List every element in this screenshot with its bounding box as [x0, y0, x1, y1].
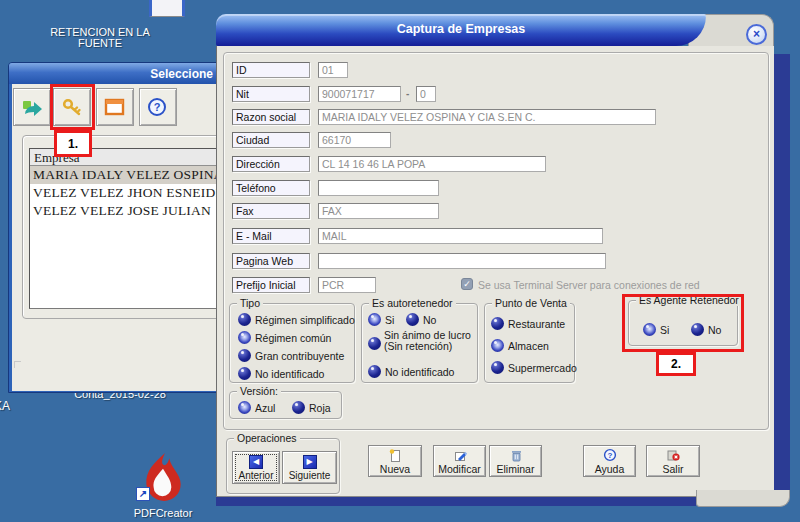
exit-icon [666, 448, 680, 462]
modificar-button[interactable]: Modificar [433, 445, 486, 477]
field-label-prefijo-inicial: Prefijo Inicial [232, 277, 310, 293]
field-input-email[interactable]: MAIL [318, 228, 603, 244]
radio-no-identificado-tipo[interactable] [238, 367, 251, 380]
edit-pencil-icon [453, 448, 467, 462]
group-punto-de-venta: Punto de Venta Restaurante Almacen Super… [484, 303, 575, 383]
field-input-razon-social[interactable]: MARIA IDALY VELEZ OSPINA Y CIA S.EN C. [318, 109, 656, 125]
radio-label: Azul [255, 402, 275, 414]
radio-supermercado[interactable] [491, 361, 504, 374]
selector-window: Seleccione ? [8, 62, 234, 393]
toolbar-button-key[interactable] [53, 88, 91, 126]
svg-text:?: ? [607, 451, 612, 460]
group-operaciones: Operaciones ◀ Anterior ▶ Siguiente [226, 438, 340, 494]
field-label-direccion: Dirección [232, 156, 310, 172]
dialog-skin-bottom-band [216, 497, 696, 506]
shortcut-arrow-icon: ↗ [136, 487, 150, 501]
radio-restaurante[interactable] [491, 317, 504, 330]
radio-no-identificado-auto[interactable] [368, 365, 381, 378]
field-input-telefono[interactable] [318, 180, 439, 196]
window-icon [104, 97, 126, 117]
radio-agente-no[interactable] [691, 323, 704, 336]
dialog-bottom-right-corner [696, 490, 790, 507]
field-input-pagina-web[interactable] [318, 253, 606, 269]
dialog-skin-right-band [774, 54, 790, 490]
terminal-server-checkbox[interactable] [461, 278, 473, 290]
radio-autoretenedor-si[interactable] [368, 313, 381, 326]
group-autoretenedor-label: Es autoretenedor [369, 297, 456, 309]
field-input-fax[interactable]: FAX [318, 203, 439, 219]
field-label-email: E - Mail [232, 228, 310, 244]
field-label-nit: Nit [232, 86, 310, 102]
nueva-button[interactable]: Nueva [368, 445, 422, 477]
desktop-icon-label-retencion[interactable]: RETENCION EN LA FUENTE [25, 27, 175, 49]
field-label-ciudad: Ciudad [232, 132, 310, 148]
group-operaciones-label: Operaciones [234, 432, 300, 444]
radio-regimen-comun[interactable] [238, 331, 251, 344]
list-item[interactable]: MARIA IDALY VELEZ OSPINA [30, 166, 226, 184]
field-input-nit[interactable]: 900071717 [318, 86, 401, 102]
dialog-titlebar[interactable]: Captura de Empresas [216, 14, 706, 46]
radio-label: Si [385, 314, 394, 326]
radio-label: No identificado [385, 366, 454, 378]
radio-label: No [708, 324, 721, 336]
salir-button-label: Salir [662, 463, 683, 475]
siguiente-button-label: Siguiente [289, 470, 331, 481]
modificar-button-label: Modificar [438, 463, 481, 475]
field-label-fax: Fax [232, 203, 310, 219]
ayuda-button-label: Ayuda [595, 463, 625, 475]
field-input-prefijo-inicial[interactable]: PCR [318, 277, 376, 293]
anterior-button-label: Anterior [238, 470, 273, 481]
toolbar-button-window[interactable] [96, 88, 134, 126]
siguiente-button[interactable]: ▶ Siguiente [282, 451, 337, 484]
radio-almacen[interactable] [491, 339, 504, 352]
group-agente-retenedor-label: Es Agente Retenedor [636, 294, 742, 306]
radio-label: No identificado [255, 368, 324, 380]
radio-label: Régimen común [255, 332, 331, 344]
toolbar-button-help[interactable]: ? [139, 88, 177, 126]
radio-roja[interactable] [292, 401, 305, 414]
anterior-button[interactable]: ◀ Anterior [232, 451, 280, 484]
eliminar-button-label: Eliminar [497, 463, 535, 475]
field-input-nit-check-digit[interactable]: 0 [416, 86, 436, 102]
toolbar-button-apps[interactable] [13, 88, 51, 126]
field-input-direccion[interactable]: CL 14 16 46 LA POPA [318, 156, 546, 172]
svg-text:?: ? [154, 101, 161, 113]
group-version: Versión: Azul Roja [229, 391, 342, 419]
salir-button[interactable]: Salir [646, 445, 700, 477]
annotation-2-number: 2. [656, 352, 696, 376]
help-icon: ? [147, 97, 169, 117]
empresa-list: Empresa MARIA IDALY VELEZ OSPINA VELEZ V… [29, 148, 227, 309]
desktop-icon-label-pdfcreator[interactable]: PDFCreator [118, 508, 208, 519]
ayuda-button[interactable]: ? Ayuda [583, 445, 636, 477]
field-input-id[interactable]: 01 [318, 62, 348, 78]
radio-sin-animo-de-lucro[interactable] [368, 337, 381, 350]
radio-agente-si[interactable] [643, 323, 656, 336]
selector-client-area: ? Empresa MARIA IDALY VELEZ OSPINA VELEZ… [12, 84, 232, 391]
captura-dialog: Captura de Empresas × ID 01 Nit 90007171… [216, 14, 790, 508]
list-item[interactable]: VELEZ VELEZ JOSE JULIAN [30, 202, 226, 220]
help-question-icon: ? [603, 448, 617, 462]
group-tipo: Tipo Régimen simplificado Régimen común … [229, 303, 355, 383]
group-agente-retenedor: Es Agente Retenedor Si No [628, 300, 738, 346]
field-label-razon-social: Razon social [232, 109, 310, 125]
radio-regimen-simplificado[interactable] [238, 313, 251, 326]
group-tipo-label: Tipo [237, 297, 263, 309]
radio-label: Régimen simplificado [255, 314, 355, 326]
close-icon[interactable]: × [746, 24, 767, 45]
field-input-ciudad[interactable]: 66170 [318, 132, 391, 148]
eliminar-button[interactable]: Eliminar [489, 445, 542, 477]
terminal-server-label: Se usa Terminal Server para conexiones d… [478, 279, 700, 291]
field-label-id: ID [232, 62, 310, 78]
desktop-icon-partial[interactable] [149, 0, 185, 17]
radio-autoretenedor-no[interactable] [406, 313, 419, 326]
field-label-pagina-web: Pagina Web [232, 253, 310, 269]
radio-label: Supermercado [508, 362, 577, 374]
radio-azul[interactable] [238, 401, 251, 414]
apps-arrow-icon [21, 97, 43, 117]
list-item[interactable]: VELEZ VELEZ JHON ESNEIDER [30, 184, 226, 202]
selector-titlebar[interactable]: Seleccione [9, 63, 233, 84]
next-arrow-icon: ▶ [303, 455, 317, 469]
key-icon [61, 97, 83, 117]
radio-gran-contribuyente[interactable] [238, 349, 251, 362]
nueva-button-label: Nueva [380, 463, 410, 475]
